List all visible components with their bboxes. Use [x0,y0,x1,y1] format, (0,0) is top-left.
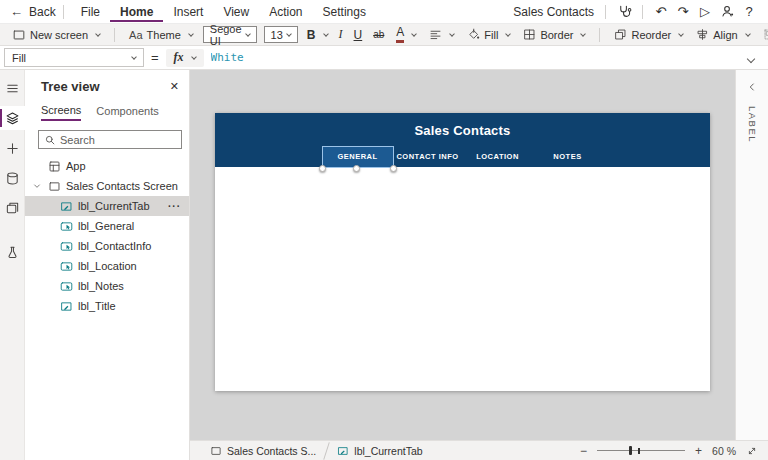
formula-input[interactable] [211,48,729,68]
label-icon [337,445,349,457]
chevron-down-icon [747,54,755,62]
tree-item-label: lbl_ContactInfo [78,240,151,252]
text-align-button[interactable] [423,26,460,43]
tree-view-title: Tree view [41,79,100,94]
close-icon[interactable]: ✕ [170,80,179,93]
bold-button[interactable]: B [302,26,333,44]
breadcrumb-item[interactable]: Sales Contacts S... [200,441,326,460]
tree-item-label: lbl_Location [78,260,137,272]
menu-item-view[interactable]: View [213,1,259,22]
zoom-slider[interactable] [597,450,685,451]
app-checker-icon[interactable] [613,2,635,22]
canvas-header: Sales Contacts GENERALCONTACT INFOLOCATI… [215,113,710,167]
selection-handle[interactable] [319,165,326,172]
redo-icon[interactable]: ↷ [672,2,694,22]
theme-button[interactable]: Aa Theme [123,27,199,43]
canvas-title[interactable]: Sales Contacts [215,113,710,138]
tree-item-label: App [66,160,86,172]
chevron-down-icon [188,31,194,37]
tab-screens[interactable]: Screens [41,104,81,121]
more-options-icon[interactable]: ··· [168,201,189,212]
align-objects-icon [696,28,709,41]
canvas-tab-location[interactable]: LOCATION [463,147,533,167]
font-name-select[interactable]: Segoe UI [203,26,257,43]
media-icon[interactable] [0,196,25,220]
tree-item-lbl_general[interactable]: lbl_General [25,216,189,236]
plus-icon[interactable] [0,136,25,160]
tree-item-label: lbl_Notes [78,280,124,292]
tree-item-lbl_title[interactable]: lbl_Title [25,296,189,316]
zoom-slider-handle[interactable] [629,446,632,455]
tree-view-panel: Tree view ✕ ScreensComponents AppSales C… [25,70,190,460]
breadcrumb-item[interactable]: lbl_CurrentTab [327,441,432,460]
power-apps-studio: ← Back FileHomeInsertViewActionSettings … [0,0,768,460]
main-area: Tree view ✕ ScreensComponents AppSales C… [0,70,768,460]
data-sources-icon[interactable] [0,166,25,190]
menu-item-settings[interactable]: Settings [313,1,376,22]
fill-bucket-icon [467,28,480,41]
back-label: Back [29,5,56,19]
tree-item-lbl_notes[interactable]: lbl_Notes [25,276,189,296]
fit-to-window-icon[interactable] [746,445,758,457]
hamburger-icon[interactable] [0,76,25,100]
menu-item-action[interactable]: Action [259,1,312,22]
search-box[interactable] [38,130,182,149]
reorder-button[interactable]: Reorder [608,26,689,43]
canvas-tab-contact-info[interactable]: CONTACT INFO [393,147,463,167]
chevron-down-icon [581,31,587,37]
share-person-icon[interactable] [716,2,738,22]
menu-item-file[interactable]: File [71,1,110,22]
canvas-tab-notes[interactable]: NOTES [533,147,603,167]
chevron-left-icon[interactable] [745,80,759,94]
zoom-out-button[interactable]: − [580,444,587,458]
font-size-select[interactable]: 13 [264,26,298,43]
search-input[interactable] [60,134,176,146]
canvas-tab-label: CONTACT INFO [396,152,458,161]
fx-button[interactable]: fx [166,49,204,67]
chevron-down-icon[interactable] [31,181,43,191]
back-arrow-icon: ← [10,4,23,19]
back-button[interactable]: ← Back [10,4,56,19]
tree-item-app[interactable]: App [25,156,189,176]
menu-item-home[interactable]: Home [110,1,163,22]
interactive-label-icon [60,220,73,233]
align-button[interactable]: Align [690,26,755,43]
status-bar: Sales Contacts S...lbl_CurrentTab − + 60… [190,440,768,460]
selection-handle[interactable] [353,165,360,172]
fill-button[interactable]: Fill [461,26,516,43]
chevron-down-icon [450,31,456,37]
chevron-down-icon [131,54,137,60]
tab-components[interactable]: Components [96,104,158,121]
strikethrough-button[interactable]: ab [368,27,389,42]
selection-handle[interactable] [390,165,397,172]
text-align-icon [429,28,442,41]
app-icon [48,160,61,173]
tree-item-label: lbl_General [78,220,134,232]
canvas-tab-general[interactable]: GENERAL [323,147,393,167]
menu-item-insert[interactable]: Insert [163,1,213,22]
tree-view-icon[interactable] [0,106,25,130]
new-screen-button[interactable]: New screen [6,26,106,44]
label-icon [60,200,73,213]
italic-button[interactable]: I [334,25,348,44]
tree-item-sales contacts screen[interactable]: Sales Contacts Screen [25,176,189,196]
tree-item-lbl_currenttab[interactable]: lbl_CurrentTab··· [25,196,189,216]
underline-button[interactable]: U [349,26,368,44]
help-icon[interactable]: ? [738,2,760,22]
tree-item-lbl_contactinfo[interactable]: lbl_ContactInfo [25,236,189,256]
formula-expand-button[interactable] [736,51,762,65]
divider [605,5,606,19]
app-screen[interactable]: Sales Contacts GENERALCONTACT INFOLOCATI… [215,113,710,391]
border-icon [523,28,536,41]
play-preview-icon[interactable]: ▷ [694,2,716,22]
advanced-tools-icon[interactable] [0,240,25,264]
breadcrumb-label: Sales Contacts S... [227,445,316,457]
tree-item-lbl_location[interactable]: lbl_Location [25,256,189,276]
border-button[interactable]: Border [517,26,591,43]
property-select[interactable]: Fill [4,48,144,67]
font-color-button[interactable]: A [390,24,422,44]
canvas-tabs: GENERALCONTACT INFOLOCATIONNOTES [215,147,710,167]
undo-icon[interactable]: ↶ [650,2,672,22]
zoom-in-button[interactable]: + [695,444,702,458]
divider [642,5,643,19]
